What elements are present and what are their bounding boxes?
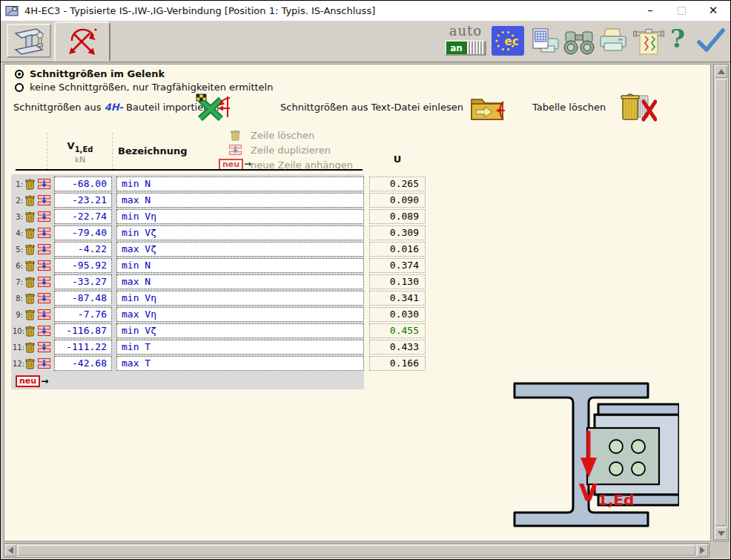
duplicate-row-icon <box>38 309 50 320</box>
print-button[interactable] <box>598 28 628 56</box>
row-number: 3: <box>13 213 24 221</box>
table-row: 10: -116.87 min Vζ <box>13 323 364 338</box>
designation-input[interactable]: min Vζ <box>116 225 364 240</box>
delete-row-button[interactable] <box>24 244 36 255</box>
title-bar: 4H-EC3 - Typisierte IS-,IW-,IG-Verbindun… <box>1 1 730 21</box>
scroll-down-button[interactable] <box>715 527 727 540</box>
column-header-force: V1,Ed <box>51 140 109 154</box>
delete-row-button[interactable] <box>24 195 36 206</box>
option-capacities-only[interactable]: keine Schnittgrößen, nur Tragfähigkeiten… <box>15 82 273 93</box>
designation-input[interactable]: max N <box>116 274 364 289</box>
designation-input[interactable]: min Vη <box>116 209 364 224</box>
designation-input[interactable]: max T <box>116 356 364 371</box>
import-label-prefix: Schnittgrößen aus <box>13 102 102 113</box>
designation-input[interactable]: min Vη <box>116 291 364 306</box>
duplicate-row-button[interactable] <box>37 195 51 205</box>
table-row: 9: -7.76 max Vη <box>13 307 364 322</box>
help-button[interactable]: ? <box>670 24 685 53</box>
duplicate-row-icon <box>38 179 50 189</box>
row-actions-legend: Zeile löschen Zeile duplizieren neu→ neu… <box>224 129 353 171</box>
delete-row-button[interactable] <box>24 293 36 304</box>
delete-row-button[interactable] <box>24 358 36 369</box>
duplicate-row-button[interactable] <box>37 326 51 336</box>
app-icon <box>5 4 19 18</box>
horizontal-scrollbar[interactable] <box>4 543 710 558</box>
delete-row-button[interactable] <box>24 326 36 337</box>
duplicate-row-button[interactable] <box>37 309 51 320</box>
duplicate-row-button[interactable] <box>37 260 51 271</box>
radio-icon[interactable] <box>15 83 24 92</box>
delete-row-button[interactable] <box>24 228 36 239</box>
utilization-value: 0.016 <box>369 242 426 257</box>
confirm-button[interactable] <box>695 27 727 57</box>
ec-label: ec <box>504 35 518 48</box>
radio-icon[interactable] <box>15 70 24 79</box>
duplicate-row-button[interactable] <box>37 277 51 287</box>
duplicate-row-icon <box>38 326 50 336</box>
view-button[interactable] <box>562 30 596 58</box>
designation-input[interactable]: min N <box>116 177 364 191</box>
shear-force-input[interactable]: -79.40 <box>54 225 112 240</box>
duplicate-row-icon <box>38 260 50 271</box>
row-number: 6: <box>13 262 24 270</box>
shear-force-input[interactable]: -87.48 <box>54 291 112 306</box>
scroll-up-button[interactable] <box>715 65 727 78</box>
trash-icon <box>224 130 246 141</box>
shear-force-input[interactable]: -22.74 <box>54 209 112 224</box>
clear-table-button[interactable] <box>617 91 657 125</box>
tab-internal-forces[interactable] <box>54 22 110 62</box>
tab-geometry[interactable] <box>7 24 51 58</box>
shear-force-input[interactable]: -95.92 <box>54 258 112 273</box>
utilization-value: 0.089 <box>369 209 426 224</box>
scroll-right-button[interactable] <box>697 544 708 556</box>
designation-input[interactable]: min Vζ <box>116 323 364 338</box>
scroll-left-button[interactable] <box>5 544 16 556</box>
vertical-scrollbar[interactable] <box>713 64 729 541</box>
delete-row-button[interactable] <box>24 342 36 353</box>
delete-row-button[interactable] <box>24 211 36 223</box>
designation-input[interactable]: max Vη <box>116 307 364 322</box>
maximize-button[interactable] <box>678 7 686 15</box>
shear-force-input[interactable]: -7.76 <box>54 307 112 322</box>
duplicate-row-icon <box>38 277 50 287</box>
duplicate-row-button[interactable] <box>37 228 51 238</box>
duplicate-row-button[interactable] <box>37 179 51 189</box>
utilization-value: 0.433 <box>369 340 426 355</box>
delete-row-button[interactable] <box>24 260 36 271</box>
duplicate-row-button[interactable] <box>37 211 51 222</box>
protocol-button[interactable] <box>633 27 664 59</box>
horizontal-scroll-thumb[interactable] <box>18 545 695 556</box>
duplicate-row-button[interactable] <box>37 342 51 352</box>
shear-force-input[interactable]: -116.87 <box>54 323 112 338</box>
read-textfile-button[interactable] <box>470 94 506 124</box>
window-title: 4H-EC3 - Typisierte IS-,IW-,IG-Verbindun… <box>24 5 375 16</box>
duplicate-row-button[interactable] <box>37 244 51 254</box>
shear-force-input[interactable]: -68.00 <box>54 177 112 191</box>
auto-toggle[interactable]: auto an <box>443 24 489 56</box>
minimize-button[interactable]: – <box>645 5 655 16</box>
option-forces-in-joint[interactable]: Schnittgrößen im Gelenk <box>15 68 165 79</box>
designation-input[interactable]: max Vζ <box>116 242 364 257</box>
table-row: 5: -4.22 max Vζ <box>13 242 364 257</box>
delete-row-button[interactable] <box>24 277 36 288</box>
delete-row-button[interactable] <box>24 309 36 320</box>
header-underline <box>16 169 363 171</box>
designation-input[interactable]: max N <box>116 193 364 208</box>
designation-input[interactable]: min N <box>116 258 364 273</box>
vertical-scroll-thumb[interactable] <box>715 79 727 526</box>
eurocode-button[interactable]: ec <box>492 26 524 59</box>
duplicate-row-button[interactable] <box>37 293 51 303</box>
shear-force-input[interactable]: -23.21 <box>54 193 112 208</box>
delete-row-button[interactable] <box>24 179 36 190</box>
shear-force-input[interactable]: -111.22 <box>54 340 112 355</box>
duplicate-row-button[interactable] <box>37 358 51 369</box>
shear-force-input[interactable]: -4.22 <box>54 242 112 257</box>
auto-switch[interactable]: an <box>445 40 486 56</box>
close-button[interactable]: ✕ <box>708 5 718 16</box>
shear-force-input[interactable]: -42.68 <box>54 356 112 371</box>
designation-input[interactable]: min T <box>116 340 364 355</box>
import-from-component-button[interactable] <box>196 92 231 125</box>
append-row-button[interactable]: neu → <box>16 375 48 387</box>
print-list-button[interactable] <box>530 27 560 59</box>
shear-force-input[interactable]: -33.27 <box>54 274 112 289</box>
